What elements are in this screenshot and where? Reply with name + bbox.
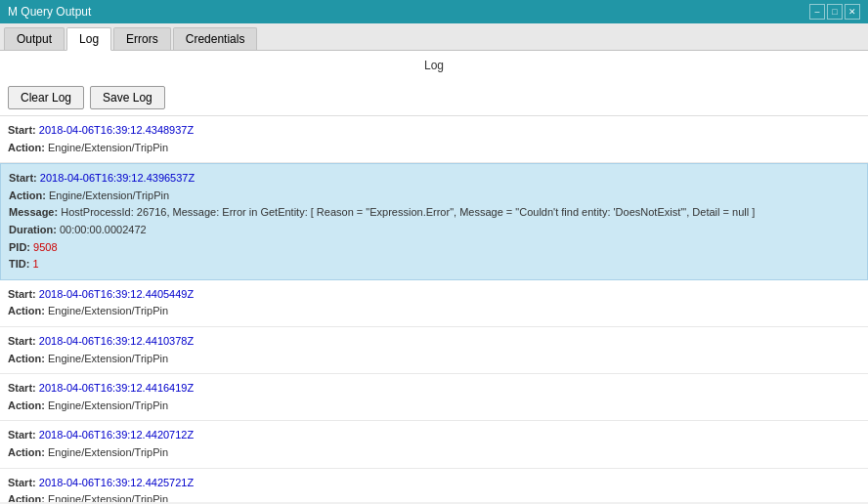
log-field-label: Action: [8,399,48,411]
log-field: Start: 2018-04-06T16:39:12.4396537Z [9,170,859,188]
log-field-label: Duration: [9,224,60,235]
tab-credentials[interactable]: Credentials [173,27,258,50]
log-field-value: Engine/Extension/TripPin [48,399,168,411]
title-bar-controls[interactable]: – □ ✕ [809,4,860,20]
tab-output[interactable]: Output [4,27,65,50]
toolbar: Clear Log Save Log [0,80,868,115]
log-field-label: Start: [9,172,40,184]
log-entry[interactable]: Start: 2018-04-06T16:39:12.4425721ZActio… [0,469,868,503]
log-field-value: HostProcessId: 26716, Message: Error in … [61,206,755,218]
minimize-button[interactable]: – [809,4,825,20]
log-entry[interactable]: Start: 2018-04-06T16:39:12.4416419ZActio… [0,374,868,421]
log-field: Action: Engine/Extension/TripPin [8,303,860,320]
log-field-value: Engine/Extension/TripPin [48,305,168,316]
app-title: M Query Output [8,5,91,19]
log-entry[interactable]: Start: 2018-04-06T16:39:12.4420712ZActio… [0,421,868,468]
log-field-label: Action: [8,142,48,153]
log-field-label: Start: [8,288,39,300]
log-field-label: Start: [8,335,39,347]
maximize-button[interactable]: □ [827,4,843,20]
log-field-value: Engine/Extension/TripPin [48,493,168,502]
log-field-label: Start: [8,477,39,488]
clear-log-button[interactable]: Clear Log [8,86,84,109]
log-field: Start: 2018-04-06T16:39:12.4425721Z [8,475,860,492]
log-entry[interactable]: Start: 2018-04-06T16:39:12.4396537ZActio… [0,163,868,280]
tab-errors[interactable]: Errors [113,27,171,50]
log-field-value: 2018-04-06T16:39:12.4405449Z [39,288,194,300]
log-field: TID: 1 [9,256,859,273]
log-field: Duration: 00:00:00.0002472 [9,222,859,239]
tab-bar: Output Log Errors Credentials [0,23,868,51]
close-button[interactable]: ✕ [845,4,860,20]
log-field-value: 2018-04-06T16:39:12.4410378Z [39,335,194,347]
log-field-value: 2018-04-06T16:39:12.4348937Z [39,124,194,136]
log-field-value: 2018-04-06T16:39:12.4396537Z [40,172,195,184]
log-field-label: PID: [9,241,33,253]
log-field-value: Engine/Extension/TripPin [48,353,168,364]
log-field: Action: Engine/Extension/TripPin [8,491,860,502]
title-bar-left: M Query Output [8,5,91,19]
log-field: Action: Engine/Extension/TripPin [8,351,860,368]
log-field-value: 9508 [33,241,57,253]
log-field-value: 2018-04-06T16:39:12.4425721Z [39,477,194,488]
log-area[interactable]: Start: 2018-04-06T16:39:12.4348937ZActio… [0,115,868,502]
log-field-label: Action: [8,305,48,316]
log-field-value: Engine/Extension/TripPin [48,142,168,153]
log-field: Action: Engine/Extension/TripPin [8,444,860,462]
log-field: Action: Engine/Extension/TripPin [8,140,860,157]
log-field-label: Action: [8,493,48,502]
main-content: Log Clear Log Save Log Start: 2018-04-06… [0,51,868,502]
log-field: Start: 2018-04-06T16:39:12.4410378Z [8,333,860,351]
log-field: PID: 9508 [9,239,859,257]
log-field-label: Action: [9,189,49,201]
log-title: Log [0,51,868,80]
log-field: Action: Engine/Extension/TripPin [9,188,859,205]
log-field-value: 1 [32,258,38,270]
log-field-label: Action: [8,353,48,364]
log-field: Action: Engine/Extension/TripPin [8,398,860,415]
log-field: Start: 2018-04-06T16:39:12.4405449Z [8,286,860,304]
log-field-label: TID: [9,258,32,270]
log-field-label: Start: [8,429,39,441]
log-field-label: Action: [8,446,48,458]
log-entry[interactable]: Start: 2018-04-06T16:39:12.4405449ZActio… [0,280,868,327]
log-field: Start: 2018-04-06T16:39:12.4348937Z [8,122,860,140]
save-log-button[interactable]: Save Log [90,86,165,109]
log-field-value: 2018-04-06T16:39:12.4416419Z [39,382,194,394]
log-field: Message: HostProcessId: 26716, Message: … [9,204,859,222]
log-field-value: Engine/Extension/TripPin [48,446,168,458]
log-field-value: Engine/Extension/TripPin [49,189,169,201]
log-field-label: Start: [8,124,39,136]
log-field-value: 2018-04-06T16:39:12.4420712Z [39,429,194,441]
log-entry[interactable]: Start: 2018-04-06T16:39:12.4348937ZActio… [0,116,868,163]
tab-log[interactable]: Log [66,27,111,51]
log-field-label: Message: [9,206,61,218]
log-field: Start: 2018-04-06T16:39:12.4420712Z [8,427,860,444]
log-entry[interactable]: Start: 2018-04-06T16:39:12.4410378ZActio… [0,327,868,374]
log-field: Start: 2018-04-06T16:39:12.4416419Z [8,380,860,398]
title-bar: M Query Output – □ ✕ [0,0,868,23]
log-field-value: 00:00:00.0002472 [60,224,147,235]
log-field-label: Start: [8,382,39,394]
